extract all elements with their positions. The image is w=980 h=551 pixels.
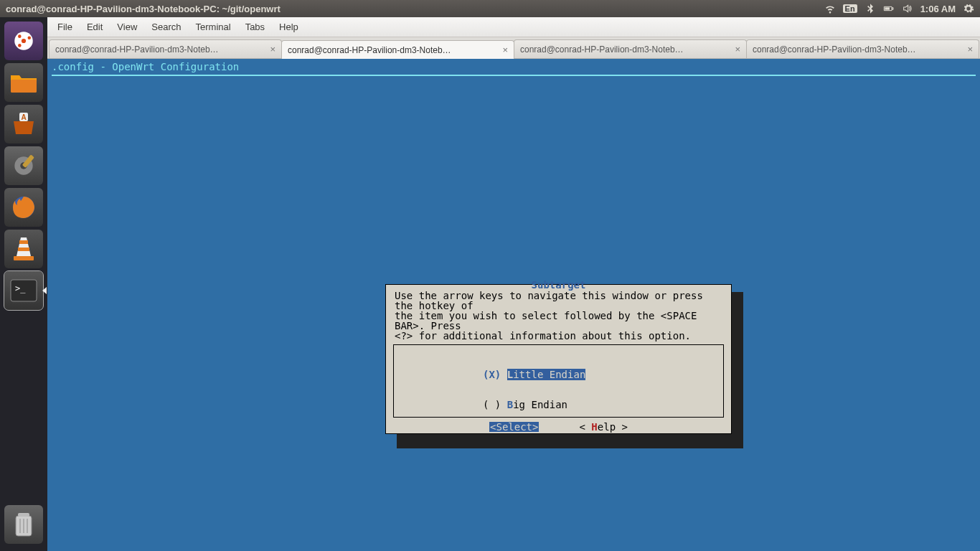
launcher-files[interactable] xyxy=(4,63,43,102)
menubar: File Edit View Search Terminal Tabs Help xyxy=(47,17,980,37)
battery-icon[interactable] xyxy=(883,3,895,14)
menu-search[interactable]: Search xyxy=(146,20,187,34)
tab-label: conrad@conrad-HP-Pavilion-dm3-Noteb… xyxy=(55,44,265,55)
dialog-buttons: <Select>< Help > xyxy=(386,422,731,432)
close-icon[interactable]: × xyxy=(502,44,508,55)
select-button[interactable]: <Select> xyxy=(489,422,539,432)
close-icon[interactable]: × xyxy=(735,44,740,55)
launcher-firefox[interactable] xyxy=(4,188,43,227)
tabbar: conrad@conrad-HP-Pavilion-dm3-Noteb… × c… xyxy=(47,37,980,59)
svg-text:A: A xyxy=(21,113,26,121)
help-button[interactable]: < Help > xyxy=(579,422,627,432)
close-icon[interactable]: × xyxy=(270,44,275,55)
tab-label: conrad@conrad-HP-Pavilion-dm3-Noteb… xyxy=(288,45,498,55)
dialog-help-line: Use the arrow keys to navigate this wind… xyxy=(395,291,722,311)
title-rule xyxy=(52,75,976,76)
menuconfig-dialog: Subtarget Use the arrow keys to navigate… xyxy=(385,284,732,434)
close-icon[interactable]: × xyxy=(967,44,973,55)
dialog-help-text: Use the arrow keys to navigate this wind… xyxy=(386,290,731,342)
wifi-icon[interactable] xyxy=(824,3,836,14)
svg-text:>_: >_ xyxy=(15,283,26,293)
clock-text: 1:06 AM xyxy=(920,4,956,14)
svg-rect-14 xyxy=(18,248,29,251)
option-big-endian[interactable]: ( ) Big Endian xyxy=(400,400,717,410)
menu-view[interactable]: View xyxy=(111,20,143,34)
terminal-viewport[interactable]: .config - OpenWrt Configuration Subtarge… xyxy=(47,59,980,551)
menu-file[interactable]: File xyxy=(52,20,78,34)
launcher-software-center[interactable]: A xyxy=(4,105,43,143)
unity-launcher: A >_ xyxy=(0,17,47,551)
launcher-active-indicator xyxy=(42,287,47,294)
launcher-trash[interactable] xyxy=(4,505,43,544)
menu-help[interactable]: Help xyxy=(273,20,304,34)
svg-rect-15 xyxy=(14,256,34,260)
svg-rect-19 xyxy=(18,513,29,517)
terminal-tab[interactable]: conrad@conrad-HP-Pavilion-dm3-Noteb… × xyxy=(514,39,747,58)
top-panel: conrad@conrad-HP-Pavilion-dm3-Notebook-P… xyxy=(0,0,980,17)
tab-label: conrad@conrad-HP-Pavilion-dm3-Noteb… xyxy=(753,44,963,55)
volume-icon[interactable] xyxy=(902,3,913,14)
dialog-options-frame: (X) Little Endian ( ) Big Endian ( ) Lit… xyxy=(393,344,724,418)
dialog-title: Subtarget xyxy=(386,280,731,290)
svg-rect-13 xyxy=(19,240,28,244)
launcher-settings[interactable] xyxy=(4,146,43,185)
config-title: .config - OpenWrt Configuration xyxy=(52,61,239,72)
launcher-terminal[interactable]: >_ xyxy=(4,271,43,310)
dialog-help-line: <?> for additional information about thi… xyxy=(395,331,722,341)
launcher-vlc[interactable] xyxy=(4,230,43,268)
svg-point-2 xyxy=(22,39,26,43)
menu-edit[interactable]: Edit xyxy=(81,20,108,34)
menu-terminal[interactable]: Terminal xyxy=(190,20,237,34)
terminal-tab[interactable]: conrad@conrad-HP-Pavilion-dm3-Noteb… × xyxy=(281,40,514,59)
tab-label: conrad@conrad-HP-Pavilion-dm3-Noteb… xyxy=(520,44,730,55)
keyboard-layout-indicator[interactable]: En xyxy=(843,4,857,13)
bluetooth-icon[interactable] xyxy=(864,3,876,14)
dialog-help-line: the item you wish to select followed by … xyxy=(395,311,722,331)
svg-rect-6 xyxy=(11,80,37,93)
terminal-tab[interactable]: conrad@conrad-HP-Pavilion-dm3-Noteb… × xyxy=(746,39,979,58)
clock[interactable]: 1:06 AM xyxy=(920,4,956,14)
gear-icon[interactable] xyxy=(963,3,974,14)
terminal-tab[interactable]: conrad@conrad-HP-Pavilion-dm3-Noteb… × xyxy=(49,39,282,58)
svg-point-4 xyxy=(18,44,22,47)
terminal-window: File Edit View Search Terminal Tabs Help… xyxy=(47,17,980,551)
svg-rect-0 xyxy=(885,7,890,9)
launcher-dash[interactable] xyxy=(4,22,43,60)
option-little-endian[interactable]: (X) Little Endian xyxy=(400,369,717,380)
window-title: conrad@conrad-HP-Pavilion-dm3-Notebook-P… xyxy=(6,4,817,14)
menu-tabs[interactable]: Tabs xyxy=(240,20,270,34)
svg-point-3 xyxy=(28,36,32,39)
svg-point-5 xyxy=(18,34,22,38)
